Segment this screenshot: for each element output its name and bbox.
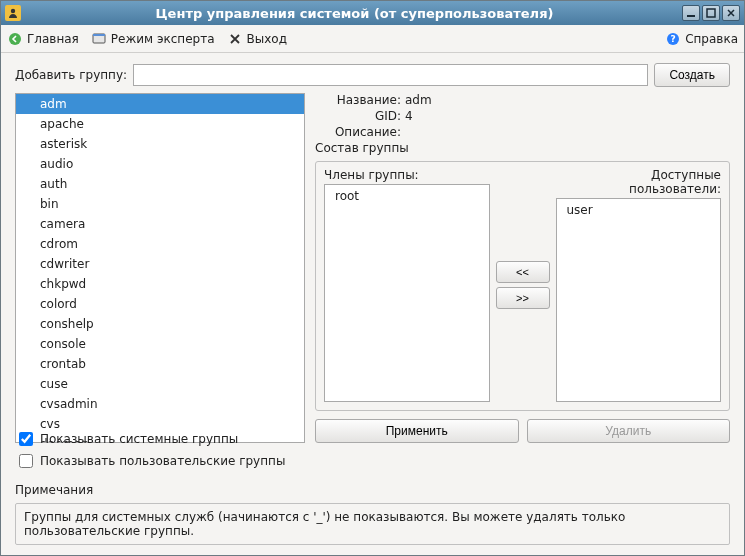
- close-button[interactable]: [722, 5, 740, 21]
- window-buttons: [682, 5, 740, 21]
- expert-label: Режим эксперта: [111, 32, 215, 46]
- list-item[interactable]: asterisk: [16, 134, 304, 154]
- window: Центр управления системой (от суперпольз…: [0, 0, 745, 556]
- desc-label: Описание:: [315, 125, 401, 139]
- members-label: Члены группы:: [324, 168, 490, 182]
- available-list[interactable]: user: [556, 198, 722, 402]
- show-system-checkbox[interactable]: [19, 432, 33, 446]
- gid-value: 4: [405, 109, 413, 123]
- list-item[interactable]: audio: [16, 154, 304, 174]
- expert-icon: [91, 31, 107, 47]
- close-icon: [227, 31, 243, 47]
- help-icon: ?: [665, 31, 681, 47]
- move-right-button[interactable]: >>: [496, 287, 550, 309]
- main-area: admapacheasteriskaudioauthbincameracdrom…: [15, 93, 730, 421]
- svg-rect-2: [707, 9, 715, 17]
- list-item[interactable]: cvsadmin: [16, 394, 304, 414]
- maximize-button[interactable]: [702, 5, 720, 21]
- list-item[interactable]: bin: [16, 194, 304, 214]
- show-system-groups[interactable]: Показывать системные группы: [15, 429, 730, 449]
- help-label: Справка: [685, 32, 738, 46]
- notes-box: Группы для системных служб (начинаются с…: [15, 503, 730, 545]
- list-item[interactable]: colord: [16, 294, 304, 314]
- show-system-label: Показывать системные группы: [40, 432, 238, 446]
- titlebar: Центр управления системой (от суперпольз…: [1, 1, 744, 25]
- svg-point-0: [11, 9, 15, 13]
- expert-mode-button[interactable]: Режим эксперта: [91, 31, 215, 47]
- exit-label: Выход: [247, 32, 287, 46]
- list-item[interactable]: chkpwd: [16, 274, 304, 294]
- home-label: Главная: [27, 32, 79, 46]
- notes-label: Примечания: [15, 483, 730, 497]
- add-group-label: Добавить группу:: [15, 68, 127, 82]
- window-title: Центр управления системой (от суперпольз…: [27, 6, 682, 21]
- name-label: Название:: [315, 93, 401, 107]
- list-item[interactable]: user: [567, 203, 711, 217]
- move-left-button[interactable]: <<: [496, 261, 550, 283]
- home-button[interactable]: Главная: [7, 31, 79, 47]
- add-group-row: Добавить группу: Создать: [15, 63, 730, 87]
- arrow-left-icon: [7, 31, 23, 47]
- minimize-button[interactable]: [682, 5, 700, 21]
- gid-label: GID:: [315, 109, 401, 123]
- toolbar: Главная Режим эксперта Выход ? Справка: [1, 25, 744, 53]
- list-item[interactable]: console: [16, 334, 304, 354]
- list-item[interactable]: conshelp: [16, 314, 304, 334]
- list-item[interactable]: cdwriter: [16, 254, 304, 274]
- create-button[interactable]: Создать: [654, 63, 730, 87]
- membership-fieldset: Члены группы: root << >> Доступные польз…: [315, 161, 730, 411]
- list-item[interactable]: cdrom: [16, 234, 304, 254]
- show-user-label: Показывать пользовательские группы: [40, 454, 285, 468]
- list-item[interactable]: adm: [16, 94, 304, 114]
- help-button[interactable]: ? Справка: [665, 31, 738, 47]
- add-group-input[interactable]: [133, 64, 648, 86]
- svg-rect-1: [687, 15, 695, 17]
- exit-button[interactable]: Выход: [227, 31, 287, 47]
- members-list[interactable]: root: [324, 184, 490, 402]
- list-item[interactable]: apache: [16, 114, 304, 134]
- name-value: adm: [405, 93, 432, 107]
- list-item[interactable]: cuse: [16, 374, 304, 394]
- groups-list[interactable]: admapacheasteriskaudioauthbincameracdrom…: [15, 93, 305, 443]
- content: Добавить группу: Создать admapacheasteri…: [1, 53, 744, 555]
- list-item[interactable]: crontab: [16, 354, 304, 374]
- show-user-groups[interactable]: Показывать пользовательские группы: [15, 451, 730, 471]
- filter-checks: Показывать системные группы Показывать п…: [15, 429, 730, 471]
- available-label: Доступные пользователи:: [556, 168, 722, 196]
- list-item[interactable]: auth: [16, 174, 304, 194]
- details-panel: Название: adm GID: 4 Описание: Состав гр…: [315, 93, 730, 443]
- app-icon: [5, 5, 21, 21]
- svg-rect-5: [93, 34, 105, 36]
- svg-point-3: [9, 33, 21, 45]
- show-user-checkbox[interactable]: [19, 454, 33, 468]
- svg-text:?: ?: [671, 34, 676, 44]
- list-item[interactable]: root: [335, 189, 479, 203]
- members-caption: Состав группы: [315, 141, 409, 155]
- list-item[interactable]: camera: [16, 214, 304, 234]
